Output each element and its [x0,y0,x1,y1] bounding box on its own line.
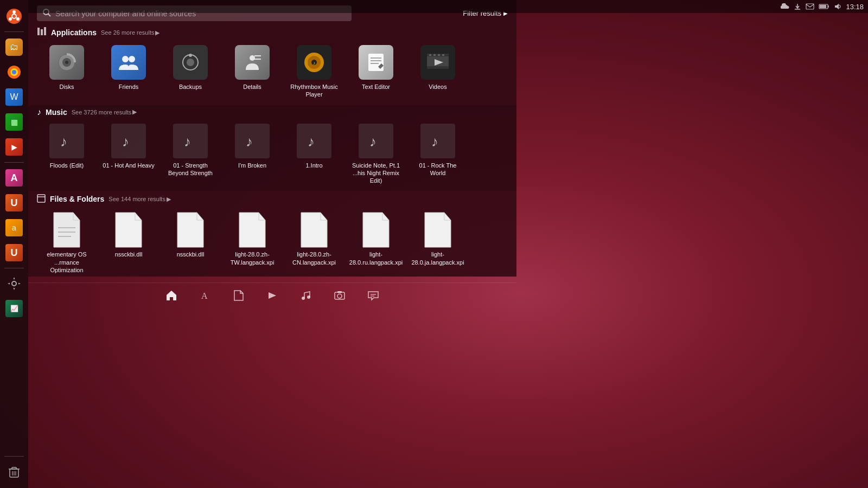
app-item-details[interactable]: Details [222,43,282,101]
app-item-videos[interactable]: Videos [408,43,468,101]
rhythmbox-label: Rhythmbox Music Player [287,83,341,99]
app-item-rhythmbox[interactable]: ♪ Rhythmbox Music Player [284,43,344,101]
nssckbi2-icon [175,211,206,248]
app-item-friends[interactable]: Friends [99,43,158,101]
topbar-volume[interactable] [834,3,841,10]
elementary-file-icon [52,211,82,248]
filter-btn-music[interactable] [296,287,316,306]
filter-btn-video[interactable] [262,287,283,306]
filter-btn-photo[interactable] [329,287,350,306]
friends-label: Friends [119,83,139,91]
filter-btn-apps[interactable]: A [195,287,215,306]
texteditor-icon [359,45,393,80]
files-section: Files & Folders See 144 more results ▶ [28,191,516,280]
file-item-nssckbi1[interactable]: nssckbi.dll [99,209,158,276]
videos-icon [420,45,455,80]
launcher-item-software[interactable]: A [2,166,26,190]
app-item-texteditor[interactable]: Text Editor [346,43,406,101]
music-item-rocktheworld[interactable]: ♪ 01 - Rock The World [408,121,468,187]
strength-label: 01 - Strength Beyond Strength [163,162,218,177]
topbar-cloud[interactable] [781,3,789,10]
launcher-item-amazon[interactable]: a [2,216,26,240]
launcher: 🗂 W ▦ ▶ A [0,0,28,488]
svg-line-7 [12,17,12,18]
lightzhtw-icon [237,211,267,248]
music-item-intro[interactable]: ♪ 1.Intro [284,121,344,187]
svg-rect-25 [41,29,43,35]
nssckbi1-icon [113,211,144,248]
lightja-label: light-28.0.ja.langpack.xpi [411,251,465,266]
app-item-disks[interactable]: Disks [37,43,97,101]
svg-rect-20 [820,5,826,8]
imbroken-label: I'm Broken [238,162,266,169]
applications-more-arrow: ▶ [155,29,159,36]
launcher-item-sysmon[interactable]: 📈 [2,297,26,320]
svg-text:A: A [201,291,208,300]
svg-text:♪: ♪ [60,133,67,150]
launcher-item-writer[interactable]: W [2,85,26,109]
applications-section-icon [37,27,47,38]
svg-text:♪: ♪ [184,133,191,150]
applications-section: Applications See 26 more results ▶ Disks [28,24,516,105]
svg-rect-50 [433,54,436,56]
launcher-item-ubuntu-one[interactable]: U [2,191,26,215]
launcher-divider-top [4,31,24,32]
file-item-lightru[interactable]: light-28.0.ru.langpack.xpi [346,209,406,276]
launcher-item-settings[interactable] [2,272,26,296]
app-item-backups[interactable]: Backups [161,43,220,101]
launcher-item-trash[interactable] [2,460,26,484]
svg-point-3 [9,17,12,21]
filter-btn-social[interactable] [363,287,384,306]
launcher-item-calc[interactable]: ▦ [2,110,26,134]
svg-point-33 [187,59,194,66]
applications-see-more[interactable]: See 26 more results ▶ [101,29,159,36]
files-see-more[interactable]: See 144 more results ▶ [108,196,171,203]
svg-text:♪: ♪ [369,133,376,150]
rocktheworld-label: 01 - Rock The World [411,162,465,177]
music-item-floods[interactable]: ♪ Floods (Edit) [37,121,97,187]
music-see-more[interactable]: See 3726 more results ▶ [72,108,137,115]
suicidenote-label: Suicide Note, Pt.1 ...his Night Remix Ed… [349,162,403,185]
launcher-item-firefox[interactable] [2,60,26,84]
svg-rect-26 [44,27,46,35]
svg-rect-14 [12,467,16,469]
backups-icon [173,45,208,80]
file-item-lightzhcn[interactable]: light-28.0.zh-CN.langpack.xpi [284,209,344,276]
svg-rect-21 [828,5,829,8]
svg-rect-24 [37,28,40,35]
lightzhcn-icon [299,211,329,248]
file-item-lightja[interactable]: light-28.0.ja.langpack.xpi [408,209,468,276]
music-section-title: Music [46,108,67,117]
music-item-suicidenote[interactable]: ♪ Suicide Note, Pt.1 ...his Night Remix … [346,121,406,187]
music-item-hotandheavy[interactable]: ♪ 01 - Hot And Heavy [99,121,158,187]
svg-point-30 [122,56,129,62]
svg-point-35 [250,55,255,61]
filter-btn-files[interactable] [228,287,249,306]
music-item-strength[interactable]: ♪ 01 - Strength Beyond Strength [161,121,220,187]
file-item-elementary[interactable]: elementary OS ...rmance Optimization [37,209,97,276]
filter-btn-home[interactable] [161,287,182,306]
launcher-item-ubuntu[interactable] [2,4,26,28]
file-item-lightzhtw[interactable]: light-28.0.zh-TW.langpack.xpi [222,209,282,276]
svg-line-23 [48,14,50,16]
svg-text:♪: ♪ [308,133,315,150]
svg-rect-52 [442,54,444,56]
file-item-nssckbi2[interactable]: nssckbi.dll [161,209,220,276]
svg-point-68 [337,294,342,298]
topbar-download[interactable] [794,3,801,10]
music-section-icon: ♪ [37,107,41,117]
music-header: ♪ Music See 3726 more results ▶ [37,107,508,117]
topbar-email[interactable] [806,3,814,10]
nssckbi1-label: nssckbi.dll [115,251,143,258]
launcher-item-impress[interactable]: ▶ [2,135,26,159]
hotandheavy-label: 01 - Hot And Heavy [103,162,154,169]
launcher-item-files[interactable]: 🗂 [2,35,26,59]
applications-section-title: Applications [51,28,97,37]
launcher-item-store[interactable]: U [2,241,26,265]
svg-point-65 [302,297,305,300]
dash-overlay: Filter results ▶ Applications See 26 mor… [28,0,516,277]
svg-rect-69 [337,291,342,293]
music-item-imbroken[interactable]: ♪ I'm Broken [222,121,282,187]
files-grid: elementary OS ...rmance Optimization nss… [37,209,508,276]
topbar-time: 13:18 [846,3,864,11]
